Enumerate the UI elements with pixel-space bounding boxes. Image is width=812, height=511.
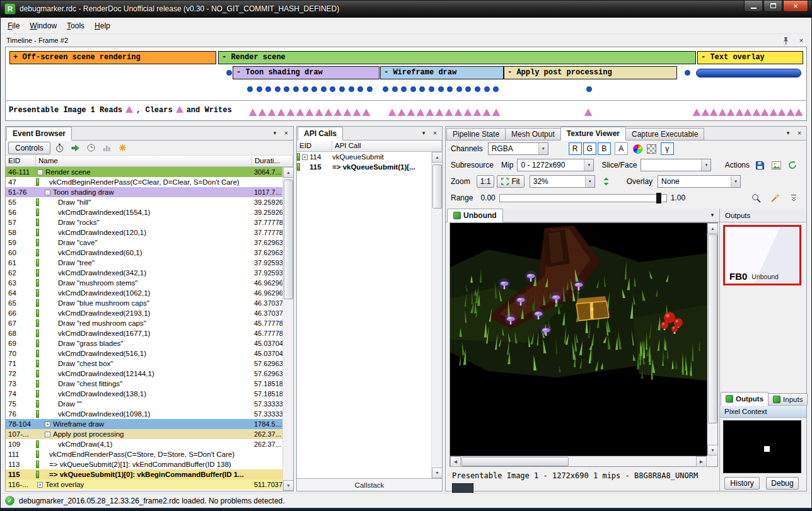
timeline-marker-bar[interactable]: - Wireframe draw: [380, 66, 504, 79]
event-row[interactable]: 68 vkCmdDrawIndexed(1677,1) 45.77778: [6, 328, 282, 338]
color-wheel-icon[interactable]: [632, 142, 644, 155]
texture-display[interactable]: ▲ ▼ ◀ ▶: [450, 222, 718, 467]
write-marker-triangle[interactable]: [315, 109, 323, 116]
write-marker-triangle[interactable]: [795, 109, 803, 116]
expander[interactable]: -: [45, 190, 50, 195]
scrollbar-thumb[interactable]: [708, 234, 717, 423]
event-row[interactable]: 107-... -Apply post processing 262.37...: [6, 429, 282, 439]
draw-event-dot[interactable]: [465, 86, 471, 92]
write-marker-triangle[interactable]: [353, 109, 361, 116]
event-row[interactable]: 58 vkCmdDrawIndexed(120,1) 37.77778: [6, 227, 282, 238]
write-marker-triangle[interactable]: [473, 109, 481, 116]
draw-event-dot[interactable]: [383, 86, 388, 92]
maximize-button[interactable]: [763, 0, 782, 12]
image-icon[interactable]: [770, 159, 782, 171]
event-row[interactable]: 59 Draw "cave" 37.62963: [6, 238, 282, 248]
zoom-level-select[interactable]: 32%▾: [530, 175, 595, 188]
draw-event-dot[interactable]: [311, 86, 317, 92]
event-row[interactable]: 76 vkCmdDrawIndexed(1098,1) 57.33333: [6, 409, 282, 419]
draw-range-bar[interactable]: [696, 69, 801, 78]
channel-g-button[interactable]: G: [583, 142, 596, 155]
write-marker-triangle[interactable]: [325, 109, 332, 116]
range-slider[interactable]: [499, 194, 667, 202]
column-eid[interactable]: EID: [297, 141, 332, 151]
write-marker-triangle[interactable]: [306, 109, 313, 116]
panel-close-icon[interactable]: ×: [282, 129, 291, 137]
write-marker-triangle[interactable]: [710, 109, 717, 116]
draw-event-dot[interactable]: [401, 86, 407, 92]
write-marker-triangle[interactable]: [744, 109, 751, 116]
event-row[interactable]: 63 Draw "mushroom stems" 46.96296: [6, 278, 282, 288]
panel-menu-icon[interactable]: ▾: [419, 129, 428, 137]
scroll-right-icon[interactable]: ▶: [696, 456, 707, 467]
timeline-marker-bar[interactable]: - Render scene: [218, 51, 696, 64]
draw-event-dot[interactable]: [293, 86, 299, 92]
event-row[interactable]: 47 vkCmdBeginRenderPass(C=Clear, D=Clear…: [6, 177, 282, 187]
column-name[interactable]: Name: [36, 156, 252, 166]
write-marker-triangle[interactable]: [778, 109, 786, 116]
menu-item[interactable]: File: [3, 19, 25, 33]
write-marker-triangle[interactable]: [753, 109, 760, 116]
clock-icon[interactable]: [85, 142, 98, 154]
channel-b-button[interactable]: B: [598, 142, 611, 155]
texture-vertical-scrollbar[interactable]: ▲ ▼: [707, 223, 717, 456]
timeline-marker-bar[interactable]: + Off-screen scene rendering: [9, 51, 216, 64]
overlay-select[interactable]: None▾: [658, 175, 741, 188]
zoom-1-1-button[interactable]: 1:1: [477, 175, 495, 188]
scroll-down-icon[interactable]: ▼: [432, 468, 442, 478]
tab-texture-unbound[interactable]: Unbound: [447, 209, 503, 222]
close-button[interactable]: ×: [783, 0, 808, 12]
write-marker-triangle[interactable]: [277, 109, 285, 116]
write-marker-triangle[interactable]: [296, 109, 304, 116]
right-panel-tab[interactable]: Mesh Output: [505, 128, 561, 140]
scroll-up-icon[interactable]: ▲: [432, 152, 442, 163]
event-row[interactable]: 57 Draw "rocks" 37.77778: [6, 217, 282, 227]
draw-event-dot[interactable]: [410, 86, 416, 92]
event-row[interactable]: 109 vkCmdDraw(4,1) 262.37...: [6, 439, 282, 449]
event-row[interactable]: 70 vkCmdDrawIndexed(516,1) 45.03704: [6, 348, 282, 359]
texture-horizontal-scrollbar[interactable]: ◀ ▶: [450, 456, 707, 466]
draw-event-dot[interactable]: [419, 86, 425, 92]
event-row[interactable]: 46-111 -Render scene 3064.7...: [6, 167, 282, 177]
event-row[interactable]: 73 Draw "chest fittings" 57.18518: [6, 379, 282, 389]
write-marker-triangle[interactable]: [287, 109, 294, 116]
expander[interactable]: -: [45, 432, 50, 437]
tab-api-calls[interactable]: API Calls: [298, 127, 343, 141]
write-marker-triangle[interactable]: [483, 109, 490, 116]
scroll-up-icon[interactable]: ▲: [707, 223, 718, 234]
expander[interactable]: +: [37, 482, 43, 488]
timeline-marker-bar[interactable]: - Toon shading draw: [233, 66, 380, 79]
write-marker-triangle[interactable]: [464, 109, 472, 116]
refresh-icon[interactable]: [786, 159, 799, 171]
api-call-row[interactable]: 115 => vkQueueSubmit(1)[...: [297, 162, 431, 172]
flip-vertical-icon[interactable]: [600, 175, 613, 188]
write-marker-triangle[interactable]: [787, 109, 794, 116]
timeline-marker-bar[interactable]: - Text overlay: [697, 51, 803, 64]
scroll-up-icon[interactable]: ▲: [283, 167, 293, 178]
draw-event-dot[interactable]: [321, 86, 327, 92]
event-row[interactable]: 64 vkCmdDrawIndexed(1062,1) 46.96296: [6, 288, 282, 298]
tab-inputs[interactable]: Inputs: [768, 393, 808, 405]
column-api-call[interactable]: API Call: [332, 141, 442, 151]
write-marker-triangle[interactable]: [249, 109, 257, 116]
draw-event-dot[interactable]: [247, 86, 253, 92]
event-browser-scrollbar[interactable]: ▲ ▼: [282, 167, 293, 491]
timeline[interactable]: + Off-screen scene rendering- Render sce…: [5, 47, 807, 121]
write-marker-triangle[interactable]: [426, 109, 434, 116]
write-marker-triangle[interactable]: [736, 109, 743, 116]
event-row[interactable]: 61 Draw "tree" 37.92593: [6, 258, 282, 268]
draw-event-dot[interactable]: [339, 86, 345, 92]
event-row[interactable]: 72 vkCmdDrawIndexed(12144,1) 57.62963: [6, 369, 282, 379]
event-row[interactable]: 67 Draw "red mushroom caps" 45.77778: [6, 318, 282, 328]
menu-item[interactable]: Help: [90, 19, 115, 33]
callstack-label[interactable]: Callstack: [297, 478, 442, 491]
write-marker-triangle[interactable]: [492, 109, 500, 116]
debug-button[interactable]: Debug: [766, 477, 799, 490]
draw-event-dot[interactable]: [257, 86, 262, 92]
write-marker-triangle[interactable]: [334, 109, 342, 116]
scrollbar-thumb[interactable]: [432, 164, 442, 209]
checkerboard-icon[interactable]: [646, 142, 658, 155]
draw-event-dot[interactable]: [685, 70, 690, 76]
pin-icon[interactable]: [779, 34, 792, 47]
draw-event-dot[interactable]: [284, 86, 289, 92]
